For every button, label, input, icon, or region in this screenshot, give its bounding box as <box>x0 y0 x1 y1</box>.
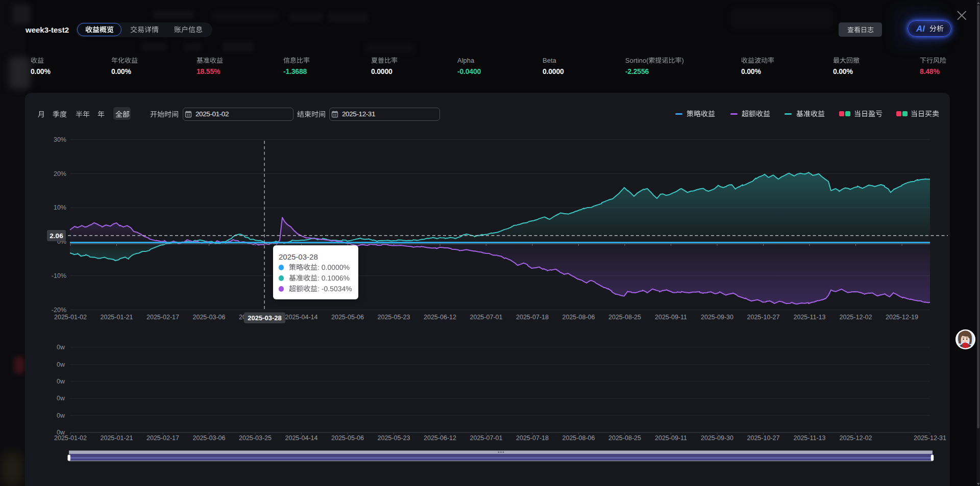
svg-text:-10%: -10% <box>52 272 66 279</box>
svg-text:2025-02-17: 2025-02-17 <box>146 434 179 442</box>
svg-text:0w: 0w <box>57 412 65 419</box>
svg-text:2025-03-06: 2025-03-06 <box>193 314 226 321</box>
svg-text:2025-07-01: 2025-07-01 <box>470 434 503 442</box>
svg-text:2.06: 2.06 <box>50 232 63 240</box>
svg-text:2025-06-12: 2025-06-12 <box>424 314 456 321</box>
svg-text:2025-09-11: 2025-09-11 <box>655 434 687 442</box>
svg-text:-20%: -20% <box>52 306 66 314</box>
svg-text:2025-12-02: 2025-12-02 <box>840 434 872 442</box>
svg-text:2025-08-25: 2025-08-25 <box>608 434 641 442</box>
svg-text:0w: 0w <box>57 361 65 368</box>
svg-text:2025-03-28: 2025-03-28 <box>248 314 282 322</box>
svg-text:2025-04-14: 2025-04-14 <box>285 434 318 442</box>
svg-text:2025-03-25: 2025-03-25 <box>239 434 272 442</box>
svg-text:30%: 30% <box>54 136 66 143</box>
svg-text:2025-02-17: 2025-02-17 <box>146 314 179 321</box>
svg-text:2025-01-21: 2025-01-21 <box>101 434 133 442</box>
svg-text:2025-07-18: 2025-07-18 <box>516 434 549 442</box>
svg-text:2025-09-11: 2025-09-11 <box>655 314 687 321</box>
svg-text:2025-10-27: 2025-10-27 <box>747 434 780 442</box>
svg-text:2025-01-02: 2025-01-02 <box>54 314 87 321</box>
svg-text:2025-05-23: 2025-05-23 <box>378 314 410 321</box>
svg-text:2025-10-27: 2025-10-27 <box>747 314 780 321</box>
svg-text:0w: 0w <box>57 395 65 402</box>
svg-text:2025-06-12: 2025-06-12 <box>424 434 456 442</box>
svg-text:2025-08-06: 2025-08-06 <box>562 434 595 442</box>
svg-text:2025-05-06: 2025-05-06 <box>331 434 364 442</box>
svg-text:2025-03-06: 2025-03-06 <box>193 434 226 442</box>
svg-text:2025-07-01: 2025-07-01 <box>470 314 503 321</box>
svg-text:2025-11-13: 2025-11-13 <box>793 314 825 321</box>
svg-text:2025-04-14: 2025-04-14 <box>285 314 318 321</box>
svg-text:2025-05-06: 2025-05-06 <box>331 314 364 321</box>
svg-text:2025-08-25: 2025-08-25 <box>608 314 641 321</box>
svg-text:10%: 10% <box>54 204 66 211</box>
svg-text:2025-01-02: 2025-01-02 <box>54 434 87 442</box>
svg-text:2025-12-19: 2025-12-19 <box>886 314 918 321</box>
svg-text:2025-05-23: 2025-05-23 <box>378 434 410 442</box>
svg-text:0w: 0w <box>57 344 65 351</box>
svg-text:2025-11-13: 2025-11-13 <box>793 434 825 442</box>
svg-text:2025-08-06: 2025-08-06 <box>562 314 595 321</box>
svg-text:2025-12-02: 2025-12-02 <box>840 314 872 321</box>
svg-text:2025-09-30: 2025-09-30 <box>701 314 733 321</box>
svg-text:2025-09-30: 2025-09-30 <box>701 434 733 442</box>
svg-text:20%: 20% <box>54 170 66 177</box>
svg-text:2025-07-18: 2025-07-18 <box>516 314 549 321</box>
svg-text:2025-01-21: 2025-01-21 <box>101 314 133 321</box>
svg-text:0w: 0w <box>57 378 65 385</box>
svg-text:2025-12-31: 2025-12-31 <box>914 434 946 442</box>
